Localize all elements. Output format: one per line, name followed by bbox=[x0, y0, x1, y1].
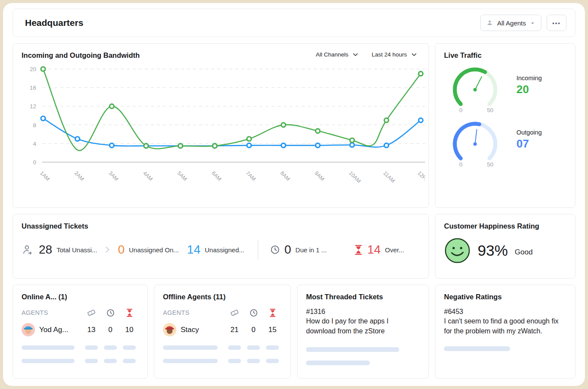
caret-down-icon bbox=[530, 20, 535, 26]
svg-text:8AM: 8AM bbox=[279, 170, 291, 182]
agents-table-header: AGENTS bbox=[163, 308, 282, 317]
happiness-rating-label: Good bbox=[515, 248, 533, 257]
dashboard-page: Headquarters All Agents ••• Incoming and… bbox=[3, 3, 585, 386]
incoming-gauge-row: 050 Incoming 20 bbox=[444, 62, 566, 116]
stat-value: 28 bbox=[39, 243, 52, 257]
negative-ratings-title: Negative Ratings bbox=[444, 293, 566, 301]
live-traffic-title: Live Traffic bbox=[444, 51, 566, 60]
stat-unassigned-online: 0 Unassigned On... bbox=[118, 243, 178, 257]
happiness-title: Customer Happiness Rating bbox=[444, 222, 566, 230]
skeleton-bar bbox=[306, 361, 370, 365]
agents-column-label: AGENTS bbox=[22, 309, 82, 316]
hourglass-icon bbox=[269, 308, 276, 317]
most-threaded-panel: Most Threaded Tickets #1316 How do I pay… bbox=[297, 285, 429, 379]
smiley-face-icon bbox=[444, 237, 471, 264]
svg-text:0: 0 bbox=[459, 161, 463, 168]
agents-column-label: AGENTS bbox=[163, 309, 225, 316]
svg-text:12PM: 12PM bbox=[416, 170, 425, 184]
ticket-id: #6453 bbox=[444, 307, 566, 317]
agent-name: Stacy bbox=[181, 326, 199, 334]
channel-filter-label: All Channels bbox=[316, 51, 348, 58]
time-range-dropdown[interactable]: Last 24 hours bbox=[372, 51, 417, 58]
ticket-id: #1316 bbox=[306, 307, 420, 317]
agent-tickets: 21 bbox=[231, 326, 239, 334]
bandwidth-title: Incoming and Outgoing Bandwidth bbox=[22, 51, 316, 60]
stat-label: Unassigned... bbox=[205, 246, 244, 254]
svg-text:9AM: 9AM bbox=[313, 170, 325, 182]
ticket-subject: I can't seem to find a good enough fix f… bbox=[444, 317, 566, 336]
agent-row[interactable]: Stacy 21 0 15 bbox=[163, 323, 282, 336]
stat-value: 0 bbox=[285, 243, 291, 257]
live-traffic-panel: Live Traffic 050 Incoming 20 050 Outgoin… bbox=[435, 43, 575, 208]
outgoing-gauge-row: 050 Outgoing 07 bbox=[444, 116, 566, 170]
svg-text:6AM: 6AM bbox=[210, 170, 222, 182]
ticket-icon bbox=[230, 308, 239, 317]
outgoing-value: 07 bbox=[516, 137, 542, 151]
clock-icon bbox=[106, 308, 115, 317]
clock-icon bbox=[249, 308, 258, 317]
skeleton-row bbox=[22, 345, 139, 350]
stat-due: 0 Due in 1 ... bbox=[270, 243, 327, 257]
svg-text:20: 20 bbox=[30, 66, 36, 72]
time-range-label: Last 24 hours bbox=[372, 51, 407, 58]
chevron-down-icon bbox=[352, 51, 359, 58]
divider bbox=[258, 240, 258, 260]
stat-total-unassigned: 28 Total Unassi... bbox=[39, 243, 97, 257]
clock-icon bbox=[270, 245, 280, 255]
online-agents-panel: Online A... (1) AGENTS Yod Ag... 1 bbox=[13, 285, 148, 379]
svg-text:8: 8 bbox=[33, 122, 36, 129]
bandwidth-panel: Incoming and Outgoing Bandwidth All Chan… bbox=[13, 43, 429, 208]
agents-table-header: AGENTS bbox=[22, 308, 139, 317]
skeleton-row bbox=[163, 359, 282, 363]
ticket-icon bbox=[87, 308, 96, 317]
incoming-value: 20 bbox=[516, 83, 542, 96]
agent-due: 0 bbox=[251, 326, 255, 334]
offline-agents-panel: Offline Agents (11) AGENTS Stacy 2 bbox=[154, 285, 291, 379]
svg-text:10AM: 10AM bbox=[348, 170, 362, 184]
chevron-down-icon bbox=[411, 51, 417, 58]
skeleton-row bbox=[163, 345, 282, 350]
stat-value: 14 bbox=[367, 243, 381, 257]
stat-label: Over... bbox=[385, 246, 404, 254]
stat-unassigned: 14 Unassigned... bbox=[187, 243, 244, 257]
channel-filter-dropdown[interactable]: All Channels bbox=[316, 51, 359, 58]
svg-text:4: 4 bbox=[33, 141, 36, 147]
skeleton-row bbox=[22, 359, 139, 363]
offline-agents-title: Offline Agents (11) bbox=[163, 293, 282, 301]
negative-ratings-panel: Negative Ratings #6453 I can't seem to f… bbox=[435, 285, 575, 379]
outgoing-gauge: 050 bbox=[444, 116, 512, 170]
svg-text:11AM: 11AM bbox=[382, 170, 396, 184]
person-icon bbox=[486, 19, 493, 26]
svg-text:50: 50 bbox=[487, 161, 493, 168]
agent-overdue: 10 bbox=[125, 326, 134, 334]
ellipsis-icon: ••• bbox=[552, 20, 561, 26]
svg-text:12: 12 bbox=[30, 103, 36, 110]
unassigned-tickets-panel: Unassigned Tickets 28 Total Unassi... 0 … bbox=[13, 214, 429, 279]
online-agents-title: Online A... (1) bbox=[22, 293, 139, 301]
most-threaded-title: Most Threaded Tickets bbox=[306, 293, 420, 301]
more-options-button[interactable]: ••• bbox=[547, 15, 566, 31]
svg-text:16: 16 bbox=[30, 85, 36, 91]
stat-label: Total Unassi... bbox=[56, 246, 97, 254]
unassigned-title: Unassigned Tickets bbox=[22, 222, 420, 230]
svg-text:4AM: 4AM bbox=[142, 170, 154, 182]
outgoing-label: Outgoing bbox=[516, 129, 542, 136]
assign-icon bbox=[22, 244, 33, 256]
svg-text:0: 0 bbox=[459, 107, 463, 113]
agent-overdue: 15 bbox=[269, 326, 277, 334]
bandwidth-line-chart: 0481216201AM2AM3AM4AM5AM6AM7AM8AM9AM10AM… bbox=[22, 62, 425, 197]
svg-text:0: 0 bbox=[33, 159, 36, 166]
agent-avatar bbox=[22, 323, 35, 336]
happiness-value: 93% bbox=[478, 242, 508, 259]
stat-overdue: 14 Over... bbox=[354, 243, 404, 257]
stat-value: 0 bbox=[118, 243, 125, 257]
hourglass-icon bbox=[126, 308, 133, 317]
agents-filter-label: All Agents bbox=[497, 19, 526, 27]
agent-tickets: 13 bbox=[88, 326, 96, 334]
agent-row[interactable]: Yod Ag... 13 0 10 bbox=[22, 323, 139, 336]
agents-filter-button[interactable]: All Agents bbox=[480, 15, 541, 31]
page-title: Headquarters bbox=[25, 18, 480, 28]
svg-text:2AM: 2AM bbox=[73, 170, 85, 182]
agent-name: Yod Ag... bbox=[39, 326, 68, 334]
stat-value: 14 bbox=[187, 243, 200, 257]
